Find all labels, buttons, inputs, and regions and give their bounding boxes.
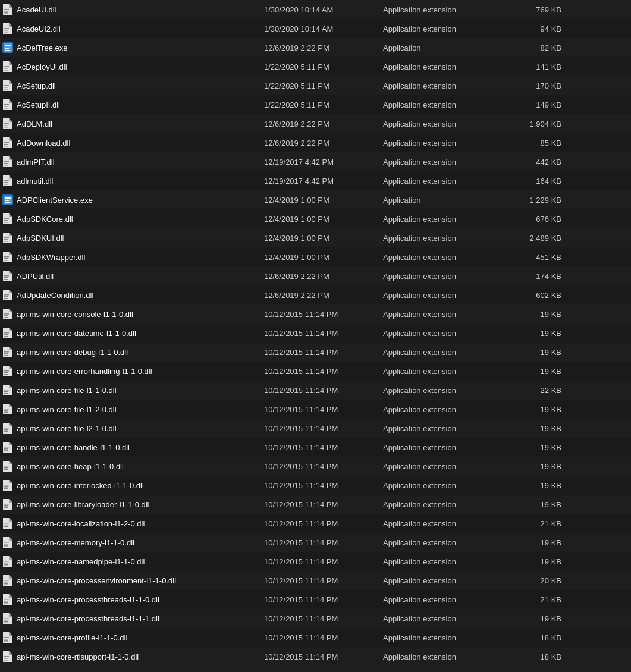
svg-rect-132	[4, 504, 9, 505]
table-row[interactable]: api-ms-win-core-interlocked-l1-1-0.dll 1…	[0, 476, 631, 495]
svg-rect-42	[4, 161, 9, 162]
svg-rect-98	[4, 372, 8, 373]
table-row[interactable]: api-ms-win-core-memory-l1-1-0.dll 10/12/…	[0, 533, 631, 552]
file-date-cell: 12/6/2019 2:22 PM	[264, 272, 383, 281]
table-row[interactable]: api-ms-win-core-errorhandling-l1-1-0.dll…	[0, 362, 631, 381]
svg-rect-43	[4, 163, 8, 164]
svg-marker-71	[9, 271, 12, 274]
dll-icon	[2, 309, 13, 319]
svg-rect-104	[4, 393, 8, 394]
svg-rect-18	[4, 68, 8, 69]
svg-rect-102	[4, 390, 9, 391]
filename-label: api-ms-win-core-console-l1-1-0.dll	[17, 310, 133, 319]
svg-rect-129	[4, 488, 8, 489]
svg-rect-63	[4, 239, 8, 240]
svg-rect-108	[4, 410, 8, 412]
svg-rect-27	[4, 104, 9, 105]
table-row[interactable]: AcSetupII.dll 1/22/2020 5:11 PM Applicat…	[0, 95, 631, 114]
table-row[interactable]: api-ms-win-core-handle-l1-1-0.dll 10/12/…	[0, 438, 631, 457]
svg-rect-158	[4, 601, 8, 602]
file-type-cell: Application extension	[383, 291, 514, 300]
svg-rect-39	[4, 146, 8, 147]
svg-rect-89	[4, 336, 8, 337]
dll-icon	[2, 461, 13, 472]
table-row[interactable]: AcadeUI.dll 1/30/2020 10:14 AM Applicati…	[0, 0, 631, 19]
svg-rect-58	[4, 220, 8, 221]
svg-rect-128	[4, 486, 8, 488]
table-row[interactable]: api-ms-win-core-processthreads-l1-1-0.dl…	[0, 590, 631, 609]
table-row[interactable]: api-ms-win-core-processenvironment-l1-1-…	[0, 571, 631, 590]
table-row[interactable]: api-ms-win-core-processthreads-l1-1-1.dl…	[0, 609, 631, 628]
file-name-cell: AcadeUI.dll	[2, 4, 264, 15]
svg-rect-84	[4, 317, 8, 318]
file-date-cell: 10/12/2015 11:14 PM	[264, 576, 383, 585]
svg-rect-38	[4, 144, 8, 145]
table-row[interactable]: AdpSDKUI.dll 12/4/2019 1:00 PM Applicati…	[0, 228, 631, 247]
svg-rect-29	[4, 108, 8, 109]
table-row[interactable]: api-ms-win-core-file-l1-1-0.dll 10/12/20…	[0, 381, 631, 400]
svg-marker-76	[9, 290, 12, 293]
svg-rect-94	[4, 355, 8, 356]
table-row[interactable]: api-ms-win-core-namedpipe-l1-1-0.dll 10/…	[0, 552, 631, 571]
file-name-cell: adlmutil.dll	[2, 175, 264, 186]
table-row[interactable]: AdpSDKCore.dll 12/4/2019 1:00 PM Applica…	[0, 209, 631, 228]
table-row[interactable]: AdDLM.dll 12/6/2019 2:22 PM Application …	[0, 114, 631, 133]
table-row[interactable]: api-ms-win-core-localization-l1-2-0.dll …	[0, 514, 631, 533]
table-row[interactable]: AcDelTree.exe 12/6/2019 2:22 PM Applicat…	[0, 38, 631, 57]
table-row[interactable]: api-ms-win-core-datetime-l1-1-0.dll 10/1…	[0, 324, 631, 343]
table-row[interactable]: AdUpdateCondition.dll 12/6/2019 2:22 PM …	[0, 285, 631, 304]
svg-rect-37	[4, 142, 9, 143]
table-row[interactable]: adlmutil.dll 12/19/2017 4:42 PM Applicat…	[0, 171, 631, 190]
file-size-cell: 19 KB	[514, 614, 561, 623]
table-row[interactable]: AcadeUI2.dll 1/30/2020 10:14 AM Applicat…	[0, 19, 631, 38]
dll-icon	[2, 651, 13, 662]
table-row[interactable]: api-ms-win-core-libraryloader-l1-1-0.dll…	[0, 495, 631, 514]
svg-rect-167	[4, 637, 9, 638]
file-name-cell: api-ms-win-core-file-l1-2-0.dll	[2, 404, 264, 414]
file-type-cell: Application extension	[383, 272, 514, 281]
file-date-cell: 12/6/2019 2:22 PM	[264, 120, 383, 128]
file-date-cell: 10/12/2015 11:14 PM	[264, 633, 383, 642]
svg-rect-123	[4, 467, 8, 469]
file-name-cell: api-ms-win-core-file-l2-1-0.dll	[2, 423, 264, 434]
table-row[interactable]: AcSetup.dll 1/22/2020 5:11 PM Applicatio…	[0, 76, 631, 95]
filename-label: api-ms-win-core-errorhandling-l1-1-0.dll	[17, 367, 152, 376]
table-row[interactable]: api-ms-win-core-console-l1-1-0.dll 10/12…	[0, 304, 631, 324]
svg-rect-59	[4, 222, 8, 223]
filename-label: AdDownload.dll	[17, 139, 70, 147]
file-type-cell: Application extension	[383, 310, 514, 319]
svg-rect-17	[4, 66, 9, 67]
filename-label: adlmutil.dll	[17, 177, 53, 186]
table-row[interactable]: AdpSDKWrapper.dll 12/4/2019 1:00 PM Appl…	[0, 247, 631, 266]
file-name-cell: ADPUtil.dll	[2, 271, 264, 281]
file-date-cell: 10/12/2015 11:14 PM	[264, 310, 383, 319]
table-row[interactable]: ADPClientService.exe 12/4/2019 1:00 PM A…	[0, 190, 631, 209]
table-row[interactable]: api-ms-win-core-heap-l1-1-0.dll 10/12/20…	[0, 457, 631, 476]
table-row[interactable]: api-ms-win-core-file-l1-2-0.dll 10/12/20…	[0, 400, 631, 419]
svg-marker-41	[9, 156, 12, 160]
table-row[interactable]: api-ms-win-core-profile-l1-1-0.dll 10/12…	[0, 628, 631, 647]
svg-marker-171	[9, 651, 12, 655]
svg-marker-56	[9, 213, 12, 217]
filename-label: api-ms-win-core-localization-l1-2-0.dll	[17, 519, 145, 528]
svg-rect-173	[4, 658, 8, 659]
table-row[interactable]: AcDeployUi.dll 1/22/2020 5:11 PM Applica…	[0, 57, 631, 76]
svg-rect-118	[4, 448, 8, 450]
file-size-cell: 20 KB	[514, 576, 561, 585]
svg-rect-77	[4, 294, 9, 296]
file-size-cell: 164 KB	[514, 177, 561, 186]
table-row[interactable]: api-ms-win-core-file-l2-1-0.dll 10/12/20…	[0, 419, 631, 438]
table-row[interactable]: adlmPIT.dll 12/19/2017 4:42 PM Applicati…	[0, 152, 631, 171]
file-name-cell: AcadeUI2.dll	[2, 23, 264, 34]
file-date-cell: 12/4/2019 1:00 PM	[264, 196, 383, 205]
table-row[interactable]: api-ms-win-core-rtlsupport-l1-1-0.dll 10…	[0, 647, 631, 666]
file-name-cell: api-ms-win-core-debug-l1-1-0.dll	[2, 347, 264, 357]
svg-rect-119	[4, 450, 8, 451]
table-row[interactable]: AdDownload.dll 12/6/2019 2:22 PM Applica…	[0, 133, 631, 152]
table-row[interactable]: ADPUtil.dll 12/6/2019 2:22 PM Applicatio…	[0, 266, 631, 285]
table-row[interactable]: api-ms-win-core-debug-l1-1-0.dll 10/12/2…	[0, 343, 631, 362]
file-date-cell: 12/4/2019 1:00 PM	[264, 215, 383, 224]
dll-icon	[2, 366, 13, 376]
dll-icon	[2, 252, 13, 262]
filename-label: api-ms-win-core-file-l1-2-0.dll	[17, 405, 117, 414]
